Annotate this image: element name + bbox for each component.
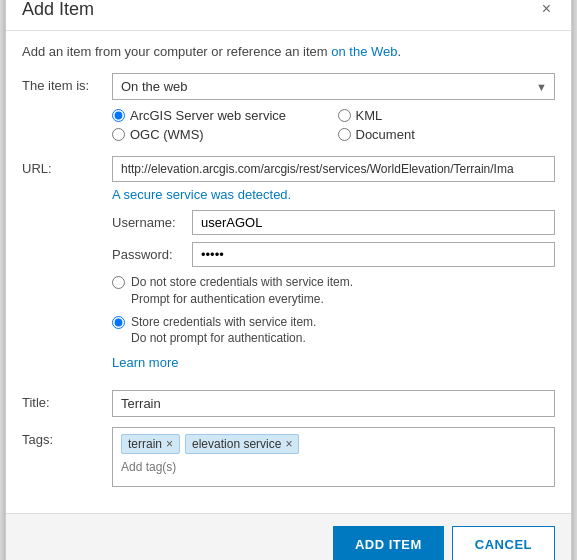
title-input[interactable] bbox=[112, 390, 555, 417]
title-control bbox=[112, 390, 555, 417]
no-store-label[interactable]: Do not store credentials with service it… bbox=[131, 274, 353, 308]
dialog-title: Add Item bbox=[22, 0, 94, 20]
radio-kml-label[interactable]: KML bbox=[356, 108, 383, 123]
radio-arcgis-label[interactable]: ArcGIS Server web service bbox=[130, 108, 286, 123]
url-row: URL: A secure service was detected. User… bbox=[22, 156, 555, 380]
radio-ogc-input[interactable] bbox=[112, 128, 125, 141]
title-row: Title: bbox=[22, 390, 555, 417]
item-is-row: The item is: On the web From my computer… bbox=[22, 73, 555, 146]
service-type-group: ArcGIS Server web service KML OGC (WMS) bbox=[112, 108, 555, 142]
tag-terrain: terrain × bbox=[121, 434, 180, 454]
add-item-dialog: Add Item × Add an item from your compute… bbox=[5, 0, 572, 560]
password-input[interactable] bbox=[192, 242, 555, 267]
dialog-footer: ADD ITEM CANCEL bbox=[6, 513, 571, 560]
username-input[interactable] bbox=[192, 210, 555, 235]
store-label[interactable]: Store credentials with service item.Do n… bbox=[131, 314, 316, 348]
description-link[interactable]: on the Web bbox=[331, 44, 397, 59]
secure-notice: A secure service was detected. bbox=[112, 187, 555, 202]
radio-doc-label[interactable]: Document bbox=[356, 127, 415, 142]
item-is-select[interactable]: On the web From my computer bbox=[112, 73, 555, 100]
tag-terrain-remove[interactable]: × bbox=[166, 438, 173, 450]
tags-row: Tags: terrain × elevation service × bbox=[22, 427, 555, 487]
radio-doc-input[interactable] bbox=[338, 128, 351, 141]
no-store-radio[interactable] bbox=[112, 276, 125, 289]
store-cred-group: Do not store credentials with service it… bbox=[112, 274, 555, 347]
title-label: Title: bbox=[22, 390, 112, 410]
close-button[interactable]: × bbox=[538, 1, 555, 17]
password-label: Password: bbox=[112, 247, 192, 262]
tag-terrain-label: terrain bbox=[128, 437, 162, 451]
url-label: URL: bbox=[22, 156, 112, 176]
radio-doc: Document bbox=[338, 127, 556, 142]
radio-kml: KML bbox=[338, 108, 556, 123]
username-row: Username: bbox=[112, 210, 555, 235]
tags-control: terrain × elevation service × bbox=[112, 427, 555, 487]
item-is-control: On the web From my computer ▼ ArcGIS Ser… bbox=[112, 73, 555, 146]
store-radio-item: Store credentials with service item.Do n… bbox=[112, 314, 555, 348]
tags-container[interactable]: terrain × elevation service × bbox=[112, 427, 555, 487]
tags-list: terrain × elevation service × bbox=[121, 434, 546, 454]
tag-input[interactable] bbox=[121, 460, 221, 474]
item-is-select-wrap: On the web From my computer ▼ bbox=[112, 73, 555, 100]
dialog-description: Add an item from your computer or refere… bbox=[22, 43, 555, 61]
radio-kml-input[interactable] bbox=[338, 109, 351, 122]
radio-ogc: OGC (WMS) bbox=[112, 127, 330, 142]
username-label: Username: bbox=[112, 215, 192, 230]
tags-label: Tags: bbox=[22, 427, 112, 447]
learn-more-link[interactable]: Learn more bbox=[112, 355, 555, 370]
cancel-button[interactable]: CANCEL bbox=[452, 526, 555, 560]
radio-ogc-label[interactable]: OGC (WMS) bbox=[130, 127, 204, 142]
dialog-header: Add Item × bbox=[6, 0, 571, 31]
radio-row-1: ArcGIS Server web service KML bbox=[112, 108, 555, 123]
tag-elevation-service-remove[interactable]: × bbox=[285, 438, 292, 450]
dialog-body: Add an item from your computer or refere… bbox=[6, 31, 571, 513]
radio-arcgis-input[interactable] bbox=[112, 109, 125, 122]
radio-row-2: OGC (WMS) Document bbox=[112, 127, 555, 142]
password-row: Password: bbox=[112, 242, 555, 267]
store-radio[interactable] bbox=[112, 316, 125, 329]
url-input[interactable] bbox=[112, 156, 555, 182]
radio-arcgis: ArcGIS Server web service bbox=[112, 108, 330, 123]
url-control: A secure service was detected. Username:… bbox=[112, 156, 555, 380]
no-store-radio-item: Do not store credentials with service it… bbox=[112, 274, 555, 308]
add-item-button[interactable]: ADD ITEM bbox=[333, 526, 444, 560]
tag-elevation-service-label: elevation service bbox=[192, 437, 281, 451]
item-is-label: The item is: bbox=[22, 73, 112, 93]
tag-elevation-service: elevation service × bbox=[185, 434, 299, 454]
